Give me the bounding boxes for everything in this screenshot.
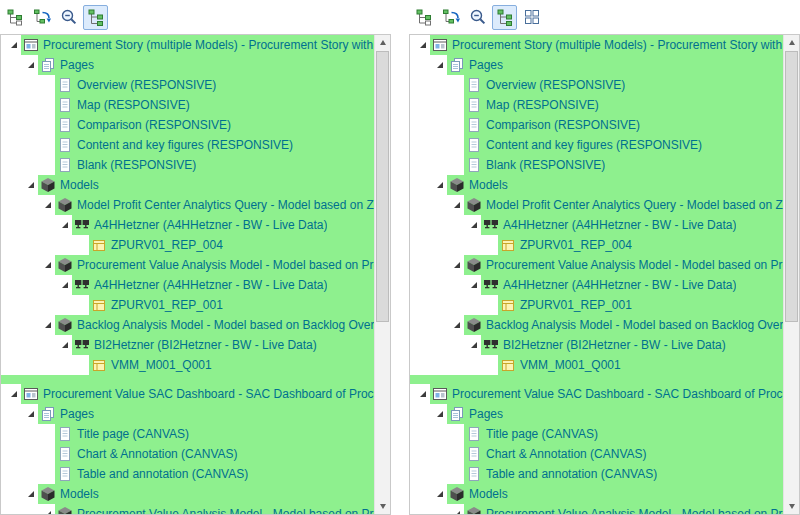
hierarchy-sync-button[interactable] (29, 5, 54, 30)
expanded-arrow-icon[interactable] (24, 407, 38, 421)
tree-row[interactable]: Models (1, 175, 374, 195)
expanded-arrow-icon[interactable] (41, 318, 55, 332)
tree-row[interactable]: Table and annotation (CANVAS) (410, 464, 783, 484)
tree-row[interactable]: Models (410, 175, 783, 195)
tree-row[interactable]: Backlog Analysis Model - Model based on … (410, 315, 783, 335)
tree-row[interactable]: Procurement Story (multiple Models) - Pr… (1, 35, 374, 55)
tree-row[interactable]: Comparison (RESPONSIVE) (1, 115, 374, 135)
tree-row[interactable]: Procurement Value Analysis Model - Model… (410, 255, 783, 275)
expanded-arrow-icon[interactable] (433, 58, 447, 72)
scrollbar-thumb[interactable] (376, 51, 389, 322)
scrollbar-track[interactable] (375, 50, 390, 499)
indent-spacer (7, 454, 41, 455)
expand-all-button[interactable] (492, 5, 517, 30)
tree-row[interactable]: Title page (CANVAS) (1, 424, 374, 444)
arrow-placeholder (41, 118, 55, 132)
scroll-up-button[interactable] (375, 35, 390, 50)
left-scrollbar[interactable] (374, 35, 390, 514)
expanded-arrow-icon[interactable] (416, 387, 430, 401)
expanded-arrow-icon[interactable] (41, 507, 55, 514)
story-icon (23, 386, 39, 402)
expanded-arrow-icon[interactable] (433, 407, 447, 421)
expanded-arrow-icon[interactable] (24, 178, 38, 192)
expanded-arrow-icon[interactable] (24, 487, 38, 501)
tree-row[interactable]: ZPURV01_REP_001 (1, 295, 374, 315)
scroll-down-button[interactable] (784, 499, 799, 514)
tree-row[interactable]: Model Profit Center Analytics Query - Mo… (410, 195, 783, 215)
hierarchy-sync-icon (33, 8, 51, 26)
expanded-arrow-icon[interactable] (433, 178, 447, 192)
tree-row[interactable]: VMM_M001_Q001 (1, 355, 374, 375)
scroll-up-button[interactable] (784, 35, 799, 50)
tree-row[interactable]: A4HHetzner (A4HHetzner - BW - Live Data) (410, 215, 783, 235)
tree-row[interactable]: Content and key figures (RESPONSIVE) (410, 135, 783, 155)
tree-row[interactable]: Procurement Value SAC Dashboard - SAC Da… (410, 384, 783, 404)
expanded-arrow-icon[interactable] (450, 318, 464, 332)
tree-row[interactable]: Map (RESPONSIVE) (1, 95, 374, 115)
zoom-out-button[interactable] (465, 5, 490, 30)
tree-row[interactable]: Map (RESPONSIVE) (410, 95, 783, 115)
tree-row[interactable]: Pages (410, 404, 783, 424)
tree-row[interactable]: BI2Hetzner (BI2Hetzner - BW - Live Data) (410, 335, 783, 355)
hierarchy-button[interactable] (411, 5, 436, 30)
expanded-arrow-icon[interactable] (7, 38, 21, 52)
tree-row[interactable]: Procurement Value SAC Dashboard - SAC Da… (1, 384, 374, 404)
tree-row[interactable]: Models (1, 484, 374, 504)
expanded-arrow-icon[interactable] (58, 278, 72, 292)
expanded-arrow-icon[interactable] (467, 218, 481, 232)
tree-row[interactable]: Procurement Value Analysis Model - Model… (410, 504, 783, 514)
tree-row[interactable]: Pages (1, 55, 374, 75)
hierarchy-button[interactable] (2, 5, 27, 30)
tree-row[interactable]: Backlog Analysis Model - Model based on … (1, 315, 374, 335)
expanded-arrow-icon[interactable] (7, 387, 21, 401)
expanded-arrow-icon[interactable] (416, 38, 430, 52)
expanded-arrow-icon[interactable] (450, 507, 464, 514)
expanded-arrow-icon[interactable] (24, 58, 38, 72)
tree-row[interactable]: Blank (RESPONSIVE) (410, 155, 783, 175)
scroll-down-button[interactable] (375, 499, 390, 514)
tree-row[interactable]: A4HHetzner (A4HHetzner - BW - Live Data) (1, 215, 374, 235)
scrollbar-thumb[interactable] (785, 51, 798, 322)
tree-row[interactable]: BI2Hetzner (BI2Hetzner - BW - Live Data) (1, 335, 374, 355)
tree-row[interactable]: Models (410, 484, 783, 504)
right-scrollbar[interactable] (783, 35, 799, 514)
tree-row[interactable]: VMM_M001_Q001 (410, 355, 783, 375)
scrollbar-track[interactable] (784, 50, 799, 499)
expanded-arrow-icon[interactable] (433, 487, 447, 501)
tree-row[interactable]: Blank (RESPONSIVE) (1, 155, 374, 175)
expanded-arrow-icon[interactable] (41, 258, 55, 272)
zoom-out-button[interactable] (56, 5, 81, 30)
tree-row[interactable]: ZPURV01_REP_001 (410, 295, 783, 315)
tree-row[interactable]: Overview (RESPONSIVE) (1, 75, 374, 95)
expand-all-button[interactable] (83, 5, 108, 30)
expanded-arrow-icon[interactable] (58, 218, 72, 232)
tree-row[interactable]: Table and annotation (CANVAS) (1, 464, 374, 484)
tree-row[interactable]: Chart & Annotation (CANVAS) (1, 444, 374, 464)
tree-row[interactable]: Model Profit Center Analytics Query - Mo… (1, 195, 374, 215)
tree-row[interactable]: ZPURV01_REP_004 (1, 235, 374, 255)
tree-row[interactable]: Pages (1, 404, 374, 424)
expanded-arrow-icon[interactable] (41, 198, 55, 212)
tile-view-button[interactable] (519, 5, 544, 30)
tree-row[interactable]: Content and key figures (RESPONSIVE) (1, 135, 374, 155)
expanded-arrow-icon[interactable] (58, 338, 72, 352)
tree-row[interactable]: Pages (410, 55, 783, 75)
expanded-arrow-icon[interactable] (450, 198, 464, 212)
expanded-arrow-icon[interactable] (467, 278, 481, 292)
hierarchy-sync-button[interactable] (438, 5, 463, 30)
tree-row[interactable]: A4HHetzner (A4HHetzner - BW - Live Data) (1, 275, 374, 295)
tree-row[interactable]: Chart & Annotation (CANVAS) (410, 444, 783, 464)
tree-row[interactable]: Procurement Story (multiple Models) - Pr… (410, 35, 783, 55)
tree-row[interactable]: Procurement Value Analysis Model - Model… (1, 504, 374, 514)
page-icon (57, 157, 73, 173)
tree-row[interactable]: Overview (RESPONSIVE) (410, 75, 783, 95)
expanded-arrow-icon[interactable] (450, 258, 464, 272)
expanded-arrow-icon[interactable] (467, 338, 481, 352)
tree-row[interactable]: A4HHetzner (A4HHetzner - BW - Live Data) (410, 275, 783, 295)
tree-row[interactable]: Procurement Value Analysis Model - Model… (1, 255, 374, 275)
row-highlight: Models (447, 175, 783, 195)
tree-row[interactable]: Comparison (RESPONSIVE) (410, 115, 783, 135)
page-icon (466, 77, 482, 93)
tree-row[interactable]: ZPURV01_REP_004 (410, 235, 783, 255)
tree-row[interactable]: Title page (CANVAS) (410, 424, 783, 444)
